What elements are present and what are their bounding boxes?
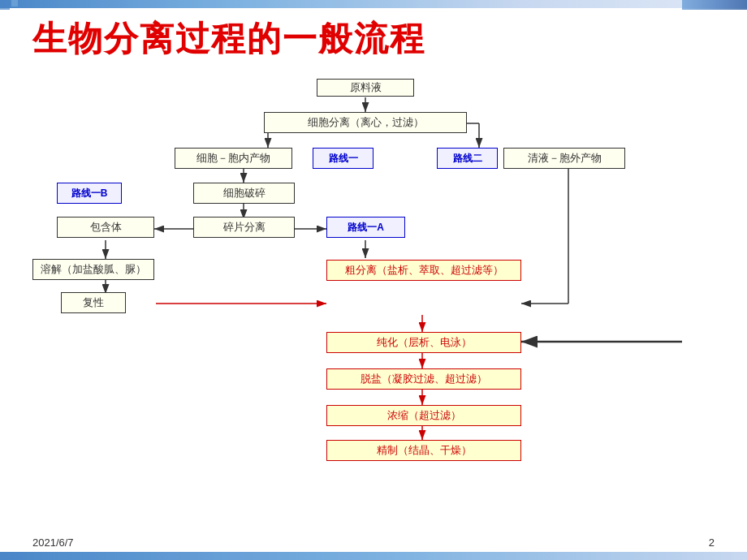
box-route1: 路线一 xyxy=(313,148,374,169)
box-clear-product: 清液－胞外产物 xyxy=(503,148,625,169)
box-cell-sep: 细胞分离（离心，过滤） xyxy=(264,112,467,133)
box-route1a: 路线一A xyxy=(326,217,405,238)
box-desalt: 脱盐（凝胶过滤、超过滤） xyxy=(326,368,521,390)
box-route2: 路线二 xyxy=(437,148,498,169)
box-dissolve: 溶解（加盐酸胍、脲） xyxy=(32,259,154,280)
box-route1b: 路线一B xyxy=(57,183,122,204)
box-frag-sep: 碎片分离 xyxy=(193,217,295,238)
bottom-bar xyxy=(0,552,747,560)
footer-page: 2 xyxy=(709,536,715,549)
box-yuanliaoy: 原料液 xyxy=(317,79,414,97)
corner-decor-top xyxy=(682,0,747,10)
box-renaturation: 复性 xyxy=(61,292,126,313)
corner-decor-tl2 xyxy=(11,0,18,6)
top-bar xyxy=(0,0,747,8)
box-concentrate: 浓缩（超过滤） xyxy=(326,405,521,426)
corner-decor-tl1 xyxy=(0,0,10,10)
footer-date: 2021/6/7 xyxy=(32,536,74,549)
page-title: 生物分离过程的一般流程 xyxy=(32,16,425,62)
box-refine: 精制（结晶、干燥） xyxy=(326,440,521,461)
box-rough-sep: 粗分离（盐析、萃取、超过滤等） xyxy=(326,260,521,281)
box-cell-product: 细胞－胞内产物 xyxy=(175,148,292,169)
box-cell-break: 细胞破碎 xyxy=(193,183,295,204)
box-inclusion: 包含体 xyxy=(57,217,154,238)
box-purify: 纯化（层析、电泳） xyxy=(326,332,521,353)
flowchart: 原料液 细胞分离（离心，过滤） 细胞－胞内产物 路线一 路线二 清液－胞外产物 … xyxy=(16,69,747,523)
